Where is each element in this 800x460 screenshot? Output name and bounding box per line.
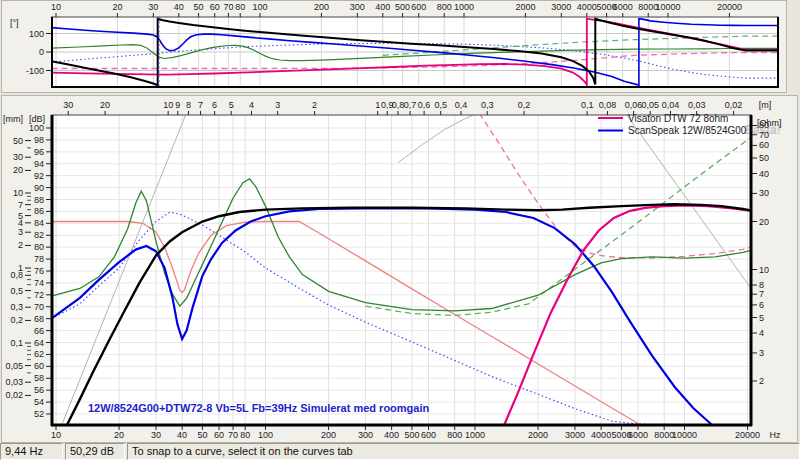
svg-text:8: 8 xyxy=(186,100,191,110)
svg-text:7: 7 xyxy=(759,289,764,299)
svg-text:0: 0 xyxy=(39,47,44,57)
svg-text:88: 88 xyxy=(34,195,44,205)
svg-text:98: 98 xyxy=(34,135,44,145)
svg-text:0,03: 0,03 xyxy=(688,100,706,110)
svg-text:0,3: 0,3 xyxy=(481,100,494,110)
svg-text:1: 1 xyxy=(375,100,380,110)
svg-text:20: 20 xyxy=(114,430,124,440)
legend-label: ScanSpeak 12W/8524G00 xyxy=(628,125,747,136)
svg-text:30: 30 xyxy=(63,100,73,110)
svg-text:7: 7 xyxy=(18,200,23,210)
svg-text:30: 30 xyxy=(13,152,23,162)
svg-text:0,3: 0,3 xyxy=(10,302,23,312)
svg-text:90: 90 xyxy=(34,183,44,193)
svg-text:80: 80 xyxy=(235,2,245,12)
svg-text:0,2: 0,2 xyxy=(10,315,23,325)
svg-text:200: 200 xyxy=(314,2,329,12)
svg-text:76: 76 xyxy=(34,266,44,276)
svg-text:100: 100 xyxy=(29,29,44,39)
svg-text:0,5: 0,5 xyxy=(434,100,447,110)
svg-text:0,05: 0,05 xyxy=(641,100,659,110)
svg-text:0,1: 0,1 xyxy=(10,338,23,348)
svg-text:30: 30 xyxy=(151,430,161,440)
svg-text:300: 300 xyxy=(358,430,373,440)
svg-text:200: 200 xyxy=(321,430,336,440)
svg-text:4: 4 xyxy=(759,328,764,338)
svg-text:4000: 4000 xyxy=(591,430,611,440)
svg-text:0,6: 0,6 xyxy=(418,100,431,110)
plot-canvas[interactable]: Basta!1020304050607080100200300400500600… xyxy=(0,0,800,460)
svg-text:50: 50 xyxy=(197,430,207,440)
svg-text:2: 2 xyxy=(18,240,23,250)
svg-text:100: 100 xyxy=(29,123,44,133)
svg-text:50: 50 xyxy=(759,153,769,163)
svg-text:50: 50 xyxy=(13,136,23,146)
svg-text:1000: 1000 xyxy=(465,430,485,440)
svg-text:500: 500 xyxy=(404,430,419,440)
svg-text:[°]: [°] xyxy=(10,18,19,28)
svg-text:2000: 2000 xyxy=(515,2,535,12)
svg-text:10: 10 xyxy=(163,100,173,110)
svg-text:20: 20 xyxy=(100,100,110,110)
plot-annotation: 12W/8524G00+DTW72-8 Vb=5L Fb=39Hz Simule… xyxy=(88,402,429,414)
status-cursor-level: 50,29 dB xyxy=(65,443,125,460)
svg-text:0,04: 0,04 xyxy=(662,100,680,110)
svg-text:70: 70 xyxy=(223,2,233,12)
svg-text:400: 400 xyxy=(375,2,390,12)
svg-text:68: 68 xyxy=(34,314,44,324)
svg-text:60: 60 xyxy=(759,140,769,150)
svg-text:3000: 3000 xyxy=(551,2,571,12)
svg-text:100: 100 xyxy=(258,430,273,440)
svg-text:4: 4 xyxy=(249,100,254,110)
svg-text:2000: 2000 xyxy=(528,430,548,440)
svg-text:6: 6 xyxy=(212,100,217,110)
ohm-axis: [Ohm]80706050403020108765432 xyxy=(752,118,782,386)
svg-text:500: 500 xyxy=(395,2,410,12)
svg-text:0,06: 0,06 xyxy=(625,100,643,110)
svg-text:0,02: 0,02 xyxy=(725,100,743,110)
svg-text:94: 94 xyxy=(34,159,44,169)
svg-text:100: 100 xyxy=(252,2,267,12)
svg-text:600: 600 xyxy=(411,2,426,12)
svg-text:0,08: 0,08 xyxy=(599,100,617,110)
mm-axis: [mm]503020107543210,80,50,30,20,10,050,0… xyxy=(3,114,31,400)
svg-text:80: 80 xyxy=(240,430,250,440)
svg-text:40: 40 xyxy=(174,2,184,12)
svg-text:54: 54 xyxy=(34,397,44,407)
svg-text:56: 56 xyxy=(34,385,44,395)
status-bar: 9,44 Hz 50,29 dB To snap to a curve, sel… xyxy=(0,443,800,460)
svg-text:72: 72 xyxy=(34,290,44,300)
svg-text:3: 3 xyxy=(759,348,764,358)
svg-text:2: 2 xyxy=(759,376,764,386)
svg-text:20000: 20000 xyxy=(717,2,742,12)
svg-text:5: 5 xyxy=(229,100,234,110)
svg-text:20: 20 xyxy=(112,2,122,12)
svg-text:10: 10 xyxy=(51,430,61,440)
svg-text:5: 5 xyxy=(759,313,764,323)
db-axis: [dB]525456586062646668707274767880828486… xyxy=(29,114,51,419)
svg-text:800: 800 xyxy=(447,430,462,440)
svg-text:800: 800 xyxy=(437,2,452,12)
svg-text:[m]: [m] xyxy=(759,100,772,110)
svg-text:0,7: 0,7 xyxy=(404,100,417,110)
phase-y-axis: [°]1000-100 xyxy=(10,18,51,76)
svg-text:0,2: 0,2 xyxy=(518,100,531,110)
svg-text:0,03: 0,03 xyxy=(5,377,23,387)
frequency-axis: 1020304050607080100200300400500600800100… xyxy=(51,426,781,440)
svg-text:0,4: 0,4 xyxy=(455,100,468,110)
svg-text:4000: 4000 xyxy=(577,2,597,12)
svg-text:600: 600 xyxy=(421,430,436,440)
svg-text:30: 30 xyxy=(759,188,769,198)
svg-text:60: 60 xyxy=(210,2,220,12)
status-hint: To snap to a curve, select it on the cur… xyxy=(127,443,800,460)
svg-text:0,1: 0,1 xyxy=(581,100,594,110)
svg-text:80: 80 xyxy=(34,242,44,252)
svg-text:10000: 10000 xyxy=(655,2,680,12)
svg-text:60: 60 xyxy=(34,361,44,371)
svg-text:6: 6 xyxy=(759,300,764,310)
svg-text:50: 50 xyxy=(194,2,204,12)
svg-text:10: 10 xyxy=(13,188,23,198)
svg-text:86: 86 xyxy=(34,206,44,216)
svg-text:7: 7 xyxy=(198,100,203,110)
svg-text:84: 84 xyxy=(34,218,44,228)
